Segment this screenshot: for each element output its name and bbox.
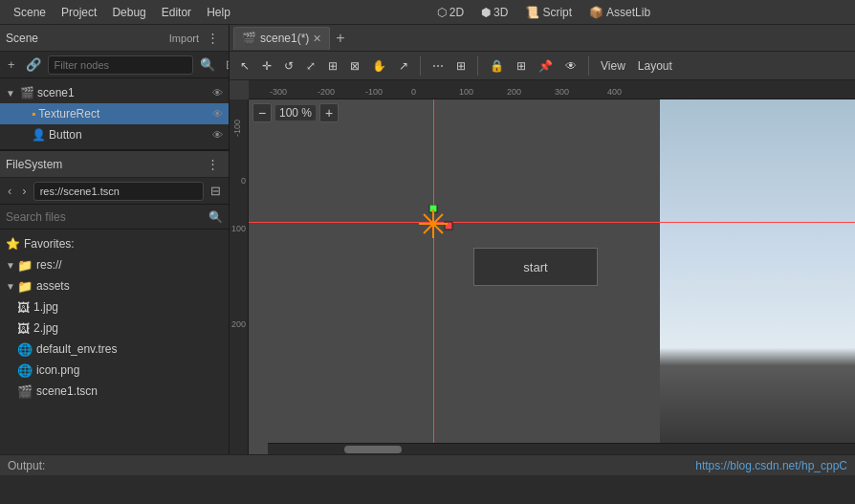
menu-editor[interactable]: Editor xyxy=(154,4,199,21)
scene-filter-input[interactable] xyxy=(48,55,193,75)
favorites-text: Favorites: xyxy=(24,237,75,251)
pan-tool-btn[interactable]: ✋ xyxy=(367,56,391,76)
start-button-label: start xyxy=(523,260,547,274)
fs-label-defaultenv: default_env.tres xyxy=(36,342,118,356)
fs-item-assets[interactable]: ▼ 📁 assets xyxy=(0,275,229,296)
crosshair-vertical xyxy=(433,99,434,454)
visibility-btn[interactable]: 👁 xyxy=(560,56,581,76)
tab-icon: 🎬 xyxy=(242,32,256,45)
fs-forward-btn[interactable]: › xyxy=(18,183,30,199)
fs-label-iconpng: icon.png xyxy=(36,363,79,377)
canvas-area: 🎬 scene1(*) ✕ + ↖ ✛ ↺ ⤢ ⊞ ⊠ ✋ ↗ ⋯ ⊞ 🔒 ⊞ … xyxy=(230,25,855,454)
zoom-tool-btn[interactable]: ↗ xyxy=(394,56,413,76)
search-icon: 🔍 xyxy=(208,210,223,224)
move-gizmo[interactable] xyxy=(416,205,454,243)
lock-btn[interactable]: 🔒 xyxy=(485,56,509,76)
scene-content: start xyxy=(249,99,855,454)
tree-item-scene1[interactable]: ▼ 🎬 scene1 👁 xyxy=(0,82,229,103)
mode-tabs: ⬡ 2D ⬢ 3D 📜 Script 📦 AssetLib xyxy=(429,3,658,22)
script-icon: 📜 xyxy=(525,6,539,19)
tab-label: scene1(*) xyxy=(260,32,309,45)
ruler-v-mark-neg100: -100 xyxy=(232,120,242,137)
ruler-v-mark-0: 0 xyxy=(241,176,246,186)
menu-project[interactable]: Project xyxy=(54,4,104,21)
tree-eye-scene1[interactable]: 👁 xyxy=(212,87,223,99)
scale-tool-btn[interactable]: ⤢ xyxy=(301,56,320,76)
fs-arrow-res: ▼ xyxy=(6,260,13,271)
output-bar: Output: https://blog.csdn.net/hp_cppC xyxy=(0,454,855,475)
move-tool-btn[interactable]: ✛ xyxy=(257,56,276,76)
viewport[interactable]: -300 -200 -100 0 100 200 300 400 -100 0 … xyxy=(230,80,855,454)
menu-scene[interactable]: Scene xyxy=(6,4,54,21)
mode-assetlib-btn[interactable]: 📦 AssetLib xyxy=(581,3,658,22)
menu-help[interactable]: Help xyxy=(199,4,238,21)
zoom-in-btn[interactable]: + xyxy=(319,103,339,122)
pin-btn[interactable]: 📌 xyxy=(534,56,558,76)
favorites-label: ⭐ Favorites: xyxy=(0,233,229,254)
fs-item-scene1tscn[interactable]: 🎬 scene1.tscn xyxy=(0,381,229,402)
fs-item-defaultenv[interactable]: 🌐 default_env.tres xyxy=(0,339,229,360)
tree-eye-button[interactable]: 👁 xyxy=(212,129,223,141)
mode-3d-btn[interactable]: ⬢ 3D xyxy=(473,3,515,22)
fs-item-1jpg[interactable]: 🖼 1.jpg xyxy=(0,296,229,318)
assetlib-icon: 📦 xyxy=(589,6,603,19)
main-layout: Scene Import ⋮ + 🔗 🔍 ⊟ ▼ 🎬 scene1 👁 xyxy=(0,25,855,454)
ruler-mark-0: 0 xyxy=(411,87,416,97)
ruler-mark-300: 300 xyxy=(555,87,569,97)
scene-background xyxy=(249,99,660,443)
scene-toolbar: + 🔗 🔍 ⊟ xyxy=(0,52,229,78)
view-btn[interactable]: View xyxy=(596,56,630,76)
fs-options-btn[interactable]: ⋮ xyxy=(203,155,223,173)
scene-tab[interactable]: 🎬 scene1(*) ✕ xyxy=(233,27,330,50)
fs-back-btn[interactable]: ‹ xyxy=(4,183,15,199)
select-tool-btn[interactable]: ↖ xyxy=(235,56,254,76)
toolbar-sep-1 xyxy=(420,56,421,76)
zoom-out-btn[interactable]: − xyxy=(252,103,272,122)
fs-layout-btn[interactable]: ⊟ xyxy=(207,183,225,199)
svg-line-7 xyxy=(433,224,443,233)
horizontal-scrollbar[interactable] xyxy=(268,443,855,454)
fs-icon-assets: 📁 xyxy=(17,279,33,294)
extra-tool-1[interactable]: ⋯ xyxy=(428,56,449,76)
scene-start-button[interactable]: start xyxy=(473,248,598,286)
mode-2d-btn[interactable]: ⬡ 2D xyxy=(429,3,471,22)
grid-btn[interactable]: ⊞ xyxy=(512,56,531,76)
mode-script-btn[interactable]: 📜 Script xyxy=(517,3,580,22)
left-panel: Scene Import ⋮ + 🔗 🔍 ⊟ ▼ 🎬 scene1 👁 xyxy=(0,25,230,454)
layout-btn[interactable]: Layout xyxy=(633,56,677,76)
scene-link-btn[interactable]: 🔗 xyxy=(22,55,45,74)
scene-filter-btn[interactable]: 🔍 xyxy=(196,55,219,74)
tree-arrow-scene1: ▼ xyxy=(6,88,17,99)
fs-search-row: 🔍 xyxy=(0,205,229,230)
ruler-mark-200: 200 xyxy=(507,87,521,97)
scene-import-btn[interactable]: Import xyxy=(169,33,199,44)
scene-add-btn[interactable]: + xyxy=(4,55,19,74)
tree-item-texturerect[interactable]: ▪ TextureRect 👁 xyxy=(0,103,229,124)
filesystem-panel: FileSystem ⋮ ‹ › ⊟ 🔍 ⭐ Favorites: xyxy=(0,149,229,454)
scene-options-btn[interactable]: ⋮ xyxy=(203,29,223,47)
zoom-controls: − 100 % + xyxy=(252,103,339,122)
tree-icon-texturerect: ▪ xyxy=(32,107,35,121)
snap-tool-btn[interactable]: ⊠ xyxy=(345,56,364,76)
fs-search-input[interactable] xyxy=(6,210,208,224)
ruler-mark-neg200: -200 xyxy=(318,87,335,97)
tree-label-texturerect: TextureRect xyxy=(38,107,209,121)
tree-item-button[interactable]: 👤 Button 👁 xyxy=(0,124,229,145)
tab-close-btn[interactable]: ✕ xyxy=(313,33,321,45)
fs-item-iconpng[interactable]: 🌐 icon.png xyxy=(0,360,229,381)
ruler-v-mark-200: 200 xyxy=(231,319,246,329)
rect-tool-btn[interactable]: ⊞ xyxy=(323,56,342,76)
ruler-mark-100: 100 xyxy=(459,87,473,97)
fs-item-res[interactable]: ▼ 📁 res:// xyxy=(0,254,229,275)
extra-tool-2[interactable]: ⊞ xyxy=(451,56,471,76)
tree-label-button: Button xyxy=(49,128,209,142)
rotate-tool-btn[interactable]: ↺ xyxy=(279,56,298,76)
fs-item-2jpg[interactable]: 🖼 2.jpg xyxy=(0,318,229,339)
scene-more-btn[interactable]: ⊟ xyxy=(222,55,230,74)
fs-path-input[interactable] xyxy=(33,182,204,201)
scrollbar-thumb[interactable] xyxy=(344,446,402,453)
tree-eye-texturerect[interactable]: 👁 xyxy=(212,108,223,120)
toolbar-sep-3 xyxy=(588,56,589,76)
menu-debug[interactable]: Debug xyxy=(104,4,153,21)
tab-add-btn[interactable]: + xyxy=(332,30,348,47)
